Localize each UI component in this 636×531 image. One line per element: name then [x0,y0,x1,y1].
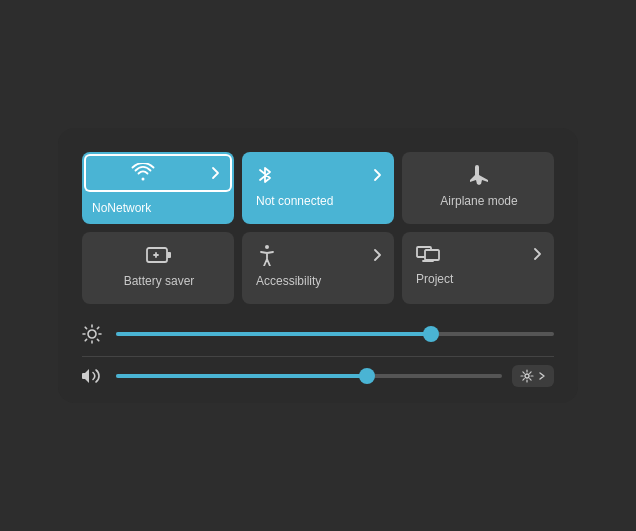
volume-settings-button[interactable] [512,365,554,387]
wifi-label: NoNetwork [92,201,151,215]
svg-point-2 [265,245,269,249]
wifi-tile[interactable]: NoNetwork [82,152,234,224]
brightness-thumb[interactable] [423,326,439,342]
volume-fill [116,374,367,378]
airplane-tile[interactable]: Airplane mode [402,152,554,224]
wifi-icon-button[interactable] [84,154,200,192]
brightness-icon [82,324,106,344]
quick-settings-panel: NoNetwork Not connected Airplane m [58,128,578,403]
wifi-arrow-button[interactable] [200,154,232,192]
bluetooth-chevron-icon [372,168,382,182]
battery-tile[interactable]: Battery saver [82,232,234,304]
volume-settings-chevron-icon [538,371,546,381]
project-icon [416,244,440,264]
brightness-track[interactable] [116,332,554,336]
volume-settings-icon [520,369,534,383]
project-chevron-icon [532,247,542,261]
wifi-chevron-icon [210,166,220,180]
brightness-slider-row [82,324,554,344]
project-tile[interactable]: Project [402,232,554,304]
svg-rect-4 [425,250,439,260]
svg-point-6 [525,374,529,378]
bluetooth-icon [256,164,274,186]
battery-icon [146,244,172,266]
wifi-icon [131,163,155,183]
tiles-row-2: Battery saver Accessibility [82,232,554,304]
bluetooth-label: Not connected [256,194,382,208]
svg-point-5 [88,330,96,338]
divider [82,356,554,357]
volume-thumb[interactable] [359,368,375,384]
project-label: Project [416,272,542,286]
volume-track[interactable] [116,374,502,378]
battery-label: Battery saver [96,274,222,288]
brightness-fill [116,332,431,336]
accessibility-label: Accessibility [256,274,382,288]
accessibility-tile[interactable]: Accessibility [242,232,394,304]
accessibility-icon [256,244,278,266]
tiles-row-1: NoNetwork Not connected Airplane m [82,152,554,224]
volume-icon [82,367,106,385]
bluetooth-tile[interactable]: Not connected [242,152,394,224]
airplane-label: Airplane mode [416,194,542,208]
airplane-icon [467,164,491,186]
svg-rect-1 [167,252,171,258]
accessibility-chevron-icon [372,248,382,262]
volume-row [82,365,554,387]
